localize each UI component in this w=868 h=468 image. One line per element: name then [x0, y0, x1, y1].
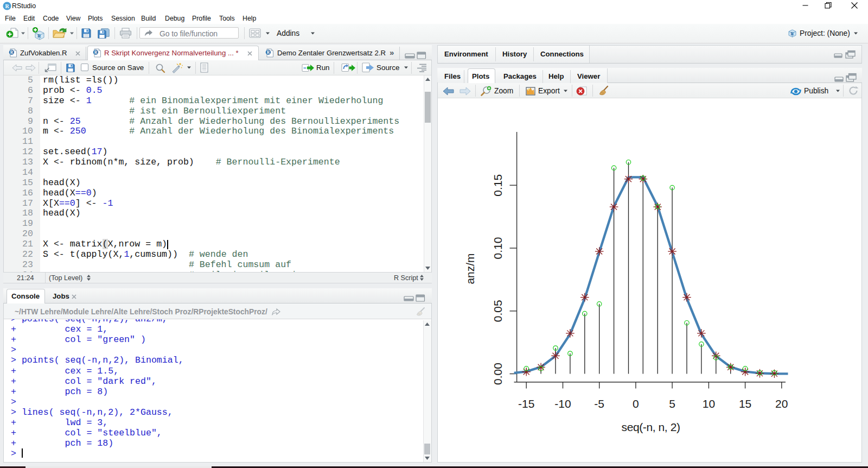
svg-text:R: R [267, 50, 270, 55]
svg-text:0.15: 0.15 [492, 174, 504, 197]
svg-text:15: 15 [739, 397, 751, 410]
svg-text:0: 0 [633, 397, 639, 410]
svg-text:10: 10 [703, 397, 715, 410]
svg-text:seq(-n, n, 2): seq(-n, n, 2) [622, 421, 680, 433]
svg-text:R: R [5, 3, 9, 9]
svg-text:-10: -10 [554, 397, 571, 410]
svg-text:-5: -5 [594, 397, 604, 410]
svg-text:anz/m: anz/m [464, 253, 476, 284]
svg-text:0.00: 0.00 [492, 363, 504, 385]
svg-text:R: R [94, 50, 98, 55]
svg-text:0.05: 0.05 [492, 300, 504, 322]
svg-text:R: R [10, 50, 14, 55]
svg-text:0.10: 0.10 [492, 237, 504, 260]
svg-text:20: 20 [775, 397, 788, 410]
svg-text:R: R [37, 33, 41, 39]
svg-text:-15: -15 [518, 397, 534, 410]
svg-text:5: 5 [669, 397, 675, 410]
svg-text:R: R [791, 31, 794, 36]
